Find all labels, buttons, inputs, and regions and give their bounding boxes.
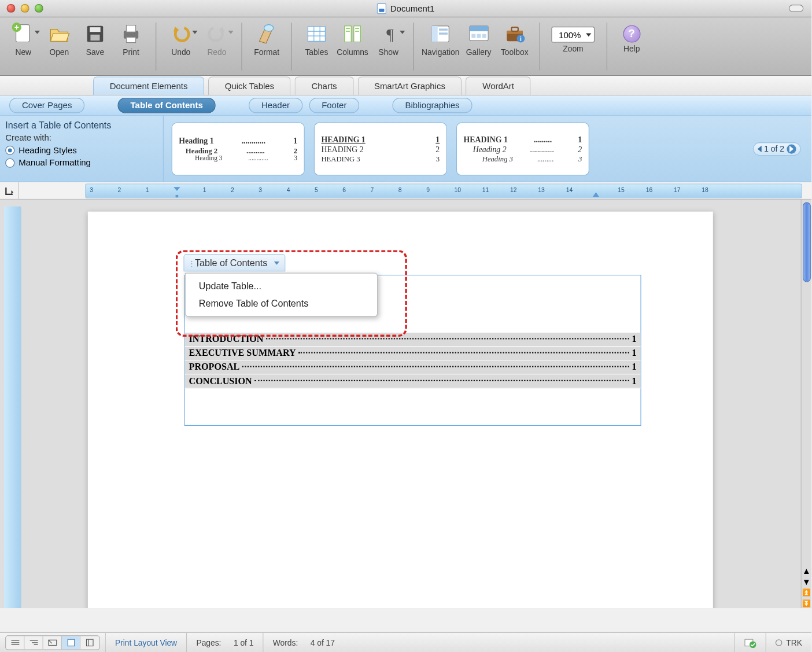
sub-footer[interactable]: Footer [309, 98, 359, 113]
scroll-thumb[interactable] [803, 202, 811, 282]
svg-text:i: i [520, 36, 522, 42]
toc-style-preview-1[interactable]: Heading 1............1 Heading 2........… [172, 122, 305, 175]
horizontal-ruler[interactable]: 3 2 1 1 2 3 4 5 6 7 8 9 10 11 12 13 14 1… [85, 183, 802, 198]
chevron-right-icon [789, 145, 793, 152]
sub-header[interactable]: Header [249, 98, 302, 113]
toc-style-preview-2[interactable]: HEADING 11 HEADING 22 HEADING 33 [314, 122, 447, 175]
svg-rect-25 [439, 32, 448, 34]
page-count[interactable]: Pages: 1 of 1 [186, 633, 263, 652]
scroll-up-icon[interactable]: ▲ [802, 566, 811, 576]
columns-button[interactable]: Columns [336, 20, 370, 59]
help-button[interactable]: ? Help [615, 20, 648, 55]
svg-rect-23 [432, 26, 438, 42]
format-button[interactable]: Format [250, 20, 283, 59]
print-button[interactable]: Print [115, 20, 147, 59]
radio-icon [5, 158, 14, 167]
undo-button[interactable]: Undo [164, 20, 198, 59]
toc-field[interactable]: Table of Contents Update Table... Remove… [184, 275, 641, 426]
redo-button[interactable]: Redo [200, 20, 234, 59]
toc-dropdown-menu: Update Table... Remove Table of Contents [185, 273, 378, 317]
help-icon: ? [623, 25, 640, 43]
gallery-pager[interactable]: 1 of 2 [753, 142, 801, 156]
sub-table-of-contents[interactable]: Table of Contents [118, 98, 216, 113]
tables-button[interactable]: Tables [300, 20, 334, 59]
spelling-status[interactable] [735, 633, 766, 652]
status-bar: Print Layout View Pages: 1 of 1 Words: 4… [0, 632, 811, 653]
scroll-down-icon[interactable]: ▼ [802, 576, 811, 587]
show-button[interactable]: ¶ Show [372, 20, 405, 59]
save-button[interactable]: Save [79, 20, 112, 59]
document-workspace: Table of Contents Update Table... Remove… [0, 200, 811, 608]
minimize-window-button[interactable] [21, 4, 29, 13]
tab-selector[interactable] [0, 182, 19, 200]
svg-rect-27 [470, 26, 488, 31]
zoom-control[interactable]: 100% Zoom [548, 20, 598, 55]
standard-toolbar: + New Open Save Print Undo Redo Format [0, 17, 811, 76]
svg-rect-44 [68, 639, 74, 646]
word-count[interactable]: Words: 4 of 17 [263, 633, 344, 652]
svg-rect-29 [477, 34, 481, 38]
chevron-down-icon [274, 261, 279, 264]
ruler-row: 3 2 1 1 2 3 4 5 6 7 8 9 10 11 12 13 14 1… [0, 182, 811, 200]
tab-wordart[interactable]: WordArt [466, 76, 531, 95]
sub-bibliographies[interactable]: Bibliographies [393, 98, 473, 113]
view-name-label: Print Layout View [105, 633, 186, 652]
prev-page-icon[interactable]: ⏫ [802, 587, 811, 597]
svg-rect-4 [90, 27, 100, 32]
toc-gallery-panel: Insert a Table of Contents Create with: … [0, 116, 811, 182]
svg-rect-7 [127, 25, 136, 32]
toc-style-preview-3[interactable]: HEADING 1.........1 Heading 2...........… [456, 122, 589, 175]
close-window-button[interactable] [7, 4, 16, 13]
open-button[interactable]: Open [43, 20, 76, 59]
toc-panel-title: Insert a Table of Contents [5, 120, 156, 130]
vertical-scrollbar[interactable]: ▲ ▼ ⏫ ⏬ [801, 200, 811, 608]
toc-entry[interactable]: PROPOSAL1 [185, 360, 641, 374]
tab-charts[interactable]: Charts [295, 76, 354, 95]
svg-rect-36 [176, 194, 179, 197]
svg-rect-30 [482, 34, 486, 38]
svg-text:+: + [14, 23, 19, 32]
svg-rect-5 [90, 35, 99, 40]
svg-rect-33 [511, 27, 518, 31]
svg-rect-8 [127, 37, 136, 42]
view-switcher [5, 635, 99, 650]
view-print-layout[interactable] [62, 636, 80, 649]
svg-rect-45 [87, 639, 94, 646]
new-button[interactable]: + New [7, 20, 40, 59]
window-title: Document1 [390, 3, 434, 13]
view-publishing[interactable] [43, 636, 62, 649]
gallery-button[interactable]: Gallery [462, 20, 496, 59]
vertical-ruler[interactable] [4, 207, 21, 609]
sub-cover-pages[interactable]: Cover Pages [9, 98, 84, 113]
next-page-icon[interactable]: ⏬ [802, 598, 811, 608]
svg-rect-10 [308, 27, 325, 41]
view-outline[interactable] [25, 636, 43, 649]
svg-point-9 [264, 25, 274, 32]
toolbox-button[interactable]: i Toolbox [498, 20, 531, 59]
svg-text:¶: ¶ [386, 25, 394, 43]
toc-entry[interactable]: INTRODUCTION1 [185, 333, 641, 347]
view-notebook[interactable] [80, 636, 99, 649]
menu-remove-toc[interactable]: Remove Table of Contents [186, 294, 377, 312]
view-draft[interactable] [6, 636, 24, 649]
zoom-window-button[interactable] [35, 4, 43, 13]
tab-document-elements[interactable]: Document Elements [93, 76, 204, 95]
toc-handle[interactable]: Table of Contents [183, 254, 285, 271]
menu-update-table[interactable]: Update Table... [186, 278, 377, 295]
chevron-left-icon [758, 145, 762, 152]
toc-entries: INTRODUCTION1 EXECUTIVE SUMMARY1 PROPOSA… [185, 333, 641, 425]
tab-quick-tables[interactable]: Quick Tables [208, 76, 291, 95]
toc-entry[interactable]: EXECUTIVE SUMMARY1 [185, 347, 641, 360]
document-icon [377, 3, 386, 13]
toc-entry[interactable]: CONCLUSION1 [185, 374, 641, 388]
tab-smartart[interactable]: SmartArt Graphics [357, 76, 462, 95]
grip-icon [188, 257, 192, 268]
navigation-button[interactable]: Navigation [422, 20, 459, 59]
ribbon-tab-bar: Document Elements Quick Tables Charts Sm… [0, 76, 811, 96]
radio-heading-styles[interactable]: Heading Styles [5, 145, 156, 155]
toolbar-toggle-button[interactable] [789, 5, 803, 12]
document-page[interactable]: Table of Contents Update Table... Remove… [88, 212, 713, 608]
radio-manual-formatting[interactable]: Manual Formatting [5, 158, 156, 168]
svg-rect-28 [471, 34, 475, 38]
track-changes-status[interactable]: TRK [766, 633, 811, 652]
